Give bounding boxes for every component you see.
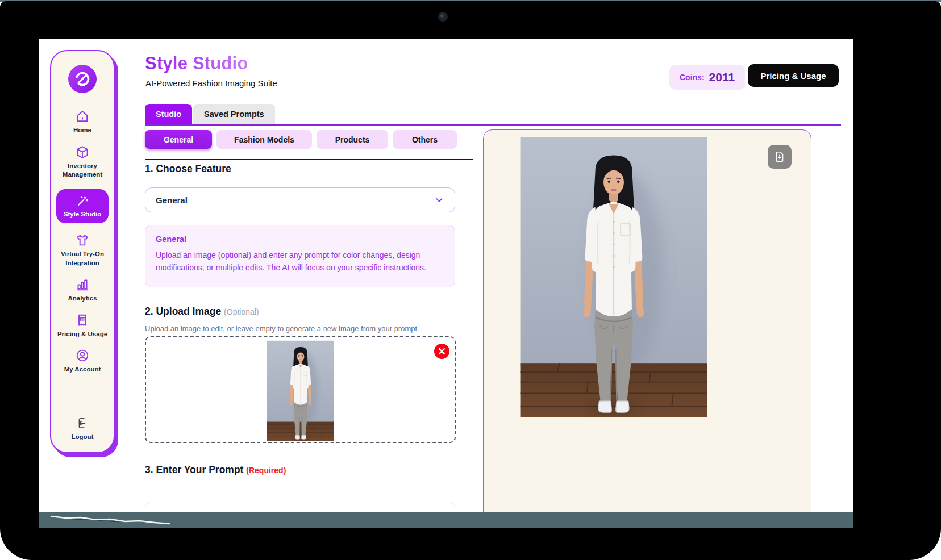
screenshot-root: Home Inventory Management Style Studio (0, 0, 941, 560)
sidebar-item-label: Logout (72, 433, 94, 442)
magic-wand-icon (76, 194, 89, 208)
brand-logo-icon (68, 65, 97, 93)
upload-dropzone[interactable] (145, 336, 456, 443)
user-circle-icon (75, 348, 90, 363)
scratch-mark (49, 512, 180, 528)
pill-products[interactable]: Products (317, 130, 388, 149)
pricing-usage-button[interactable]: Pricing & Usage (748, 64, 839, 87)
section-divider (145, 159, 473, 160)
feature-pill-row: General Fashion Models Products Others (145, 130, 457, 149)
page-title: Style Studio (145, 53, 248, 74)
home-icon (75, 109, 90, 124)
coins-label: Coins: (680, 73, 705, 82)
app-window: Home Inventory Management Style Studio (39, 39, 853, 512)
upload-helper-text: Upload an image to edit, or leave empty … (145, 324, 419, 333)
feature-info-box: General Upload an image (optional) and e… (145, 225, 455, 287)
preview-image (520, 137, 707, 417)
sidebar-item-label: Home (73, 126, 91, 135)
sidebar-item-virtual-tryon[interactable]: Virtual Try-On Integration (54, 233, 111, 268)
file-download-icon (773, 151, 786, 163)
pill-others[interactable]: Others (393, 130, 457, 149)
receipt-icon (75, 313, 90, 328)
remove-image-button[interactable] (434, 344, 449, 359)
coins-value: 2011 (709, 70, 735, 84)
uploaded-image-thumbnail (267, 340, 334, 441)
tab-bar: Studio Saved Prompts (145, 102, 841, 126)
sidebar-item-home[interactable]: Home (54, 109, 111, 135)
pill-fashion-models[interactable]: Fashion Models (216, 130, 312, 149)
tab-saved-prompts[interactable]: Saved Prompts (193, 104, 275, 124)
tablet-bezel: Home Inventory Management Style Studio (0, 1, 941, 560)
sidebar: Home Inventory Management Style Studio (50, 50, 115, 453)
sidebar-item-inventory[interactable]: Inventory Management (54, 145, 111, 179)
step2-heading: 2. Upload Image (Optional) (145, 306, 259, 317)
coins-badge: Coins: 2011 (669, 65, 745, 90)
feature-info-body: Upload an image (optional) and enter any… (156, 249, 444, 274)
sidebar-item-label: My Account (64, 365, 101, 374)
sidebar-item-label: Pricing & Usage (57, 330, 107, 339)
step1-heading: 1. Choose Feature (145, 163, 231, 175)
feature-info-title: General (156, 235, 444, 244)
sidebar-item-logout[interactable]: Logout (54, 416, 111, 442)
chevron-down-icon (434, 195, 444, 205)
sidebar-item-label: Inventory Management (54, 162, 111, 179)
optional-tag: (Optional) (224, 307, 259, 316)
tab-studio[interactable]: Studio (145, 104, 192, 124)
sidebar-item-label: Virtual Try-On Integration (54, 250, 111, 268)
feature-select[interactable]: General (145, 187, 455, 212)
sidebar-item-label: Analytics (68, 294, 97, 303)
step3-heading: 3. Enter Your Prompt (Required) (145, 464, 286, 476)
sidebar-item-label: Style Studio (64, 210, 101, 219)
sidebar-item-style-studio[interactable]: Style Studio (56, 189, 109, 224)
feature-select-value: General (156, 195, 188, 205)
required-tag: (Required) (246, 466, 286, 475)
camera-icon (438, 12, 448, 22)
desk-surface (39, 512, 853, 528)
preview-panel (483, 129, 811, 512)
sidebar-item-pricing-usage[interactable]: Pricing & Usage (54, 313, 111, 339)
close-icon (438, 348, 445, 355)
sidebar-item-my-account[interactable]: My Account (54, 348, 111, 374)
package-icon (75, 145, 90, 160)
download-image-button[interactable] (768, 145, 792, 169)
sidebar-item-analytics[interactable]: Analytics (54, 277, 111, 303)
page-subtitle: AI-Powered Fashion Imaging Suite (145, 78, 277, 88)
tshirt-icon (75, 233, 90, 248)
prompt-textarea[interactable] (145, 502, 455, 512)
pill-general[interactable]: General (145, 130, 212, 149)
bar-chart-icon (75, 277, 90, 292)
logout-icon (75, 416, 90, 431)
